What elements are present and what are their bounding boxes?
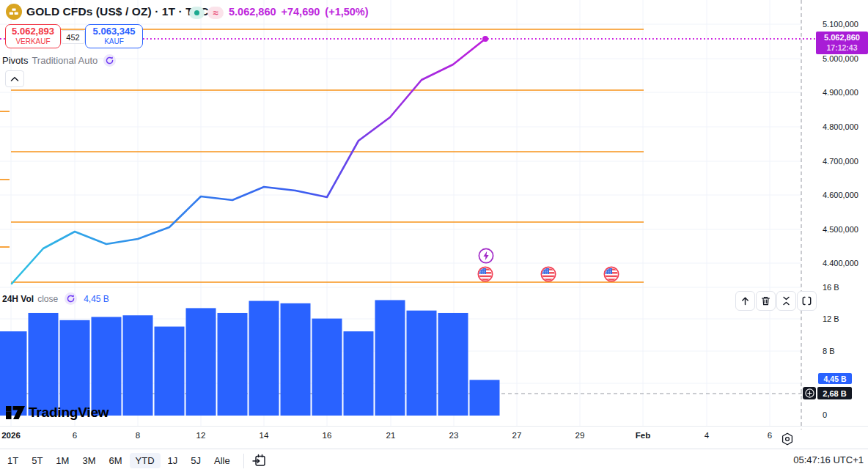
volume-indicator-name: 24H Vol — [2, 294, 34, 304]
calendar-arrow-icon — [251, 453, 267, 468]
arrow-up-icon — [740, 295, 751, 306]
toolbar-divider — [243, 454, 244, 468]
hexagon-settings-icon — [780, 432, 795, 446]
maximize-icon — [801, 295, 812, 306]
axis-settings-button[interactable] — [780, 432, 795, 446]
economic-calendar-event[interactable] — [477, 266, 494, 283]
volume-bar[interactable] — [60, 320, 90, 416]
buy-price: 5.063,345 — [93, 26, 136, 37]
sell-price: 5.062,893 — [12, 26, 54, 37]
sell-button[interactable]: 5.062,893 VERKAUF — [5, 24, 61, 48]
collapse-pane-vertical-button[interactable] — [776, 291, 796, 311]
range-button-1j[interactable]: 1J — [162, 453, 184, 468]
volume-bar[interactable] — [375, 300, 405, 416]
volume-bar[interactable] — [344, 331, 374, 416]
volume-current-value: 4,45 B — [84, 294, 109, 304]
volume-bar[interactable] — [312, 319, 342, 416]
time-axis-label: 12 — [196, 431, 206, 440]
volume-legend-row[interactable]: 24H Vol close 4,45 B — [2, 292, 109, 305]
volume-bar[interactable] — [407, 311, 437, 416]
volume-bar[interactable] — [249, 301, 279, 416]
price-axis-label: 4.400,000 — [823, 258, 858, 268]
sell-label: VERKAUF — [15, 37, 50, 46]
range-button-5j[interactable]: 5J — [185, 453, 207, 468]
time-axis-label: 4 — [705, 431, 709, 440]
lightning-icon — [478, 248, 494, 264]
indicator-legend-row[interactable]: Pivots Traditional Auto — [2, 54, 116, 67]
volume-bar[interactable] — [438, 313, 468, 416]
tradingview-logo[interactable]: TradingView — [6, 404, 108, 421]
spread-value: 452 — [61, 30, 85, 44]
range-button-1m[interactable]: 1M — [50, 453, 75, 468]
symbol-title[interactable]: GOLD CFDs (US$ / OZ) · 1T · TVC — [26, 5, 209, 18]
badge-countdown: 17:12:43 — [826, 43, 857, 53]
price-axis-label: 4.600,000 — [823, 190, 858, 200]
time-axis-label: 29 — [575, 431, 585, 440]
price-axis-label: 4.500,000 — [823, 224, 858, 235]
economic-calendar-event[interactable] — [603, 266, 620, 283]
range-button-6m[interactable]: 6M — [103, 453, 128, 468]
price-axis-label: 4.700,000 — [823, 156, 858, 166]
approx-symbol: ≈ — [213, 7, 218, 18]
date-range-toolbar: 1T5T1M3M6MYTD1J5JAlle — [1, 449, 267, 472]
delete-pane-button[interactable] — [756, 291, 776, 311]
volume-current-badge: 4,45 B — [818, 373, 852, 384]
economic-calendar-event[interactable] — [540, 266, 557, 283]
time-axis-label: Feb — [636, 431, 650, 440]
volume-axis-label: 8 B — [823, 346, 835, 356]
tradingview-chart-window: GOLD CFDs (US$ / OZ) · 1T · TVC ≈ 5.062,… — [0, 0, 868, 472]
badge-price: 5.062,860 — [824, 33, 860, 43]
volume-bar[interactable] — [155, 327, 185, 416]
us-flag-icon — [603, 266, 620, 283]
range-button-ytd[interactable]: YTD — [130, 453, 161, 468]
us-flag-icon — [540, 266, 557, 283]
volume-crosshair-badge: 2,68 B — [817, 387, 852, 399]
volume-bar[interactable] — [218, 313, 248, 416]
tradingview-mark-icon — [6, 404, 26, 421]
move-pane-up-button[interactable] — [735, 291, 755, 311]
volume-source: close — [37, 294, 58, 304]
volume-bar[interactable] — [29, 313, 59, 416]
add-alert-plus-button[interactable] — [803, 387, 816, 399]
time-axis-label: 16 — [323, 431, 332, 440]
time-axis-label: 21 — [386, 431, 396, 440]
volume-bar[interactable] — [0, 331, 27, 416]
price-axis-label: 4.800,000 — [823, 122, 858, 132]
market-status-pill[interactable] — [189, 7, 205, 19]
volume-bar[interactable] — [281, 303, 311, 416]
price-axis-label: 4.900,000 — [823, 87, 858, 97]
volume-axis-label: 12 B — [823, 314, 839, 324]
buy-label: KAUF — [104, 37, 124, 46]
last-price-row: 5.062,860 +74,690 (+1,50%) — [229, 6, 369, 18]
volume-bar[interactable] — [470, 380, 500, 416]
price-line-end-dot — [482, 36, 488, 42]
symbol-logo-gold-icon — [6, 4, 22, 20]
go-to-date-button[interactable] — [251, 453, 267, 468]
tradingview-wordmark: TradingView — [29, 405, 108, 421]
current-price-badge: 5.062,860 17:12:43 — [816, 32, 868, 54]
range-button-1t[interactable]: 1T — [1, 453, 24, 468]
price-axis-label: 5.000,000 — [823, 54, 858, 64]
volume-bar[interactable] — [123, 315, 153, 416]
volume-bar[interactable] — [92, 317, 122, 416]
buy-button[interactable]: 5.063,345 KAUF — [85, 24, 143, 48]
volume-bar[interactable] — [186, 308, 216, 416]
range-button-alle[interactable]: Alle — [208, 453, 236, 468]
earnings-lightning-event[interactable] — [478, 248, 494, 264]
clock[interactable]: 05:47:16 UTC+1 — [793, 454, 864, 465]
collapse-icon — [781, 295, 792, 306]
range-button-5t[interactable]: 5T — [26, 453, 48, 468]
approx-data-pill[interactable]: ≈ — [207, 7, 224, 19]
price-change-percent: (+1,50%) — [325, 6, 368, 18]
plus-circle-icon — [805, 388, 814, 398]
maximize-pane-button[interactable] — [797, 291, 817, 311]
collapse-pane-button[interactable] — [5, 70, 24, 87]
time-axis-border — [0, 426, 868, 427]
indicator-params: Traditional Auto — [32, 55, 98, 66]
range-button-3m[interactable]: 3M — [76, 453, 101, 468]
chart-canvas[interactable] — [0, 0, 868, 449]
market-open-dot-icon — [194, 10, 199, 15]
time-axis-label: 6 — [768, 431, 772, 440]
time-axis-label: 6 — [73, 431, 77, 440]
price-axis-label: 5.100,000 — [823, 19, 858, 29]
